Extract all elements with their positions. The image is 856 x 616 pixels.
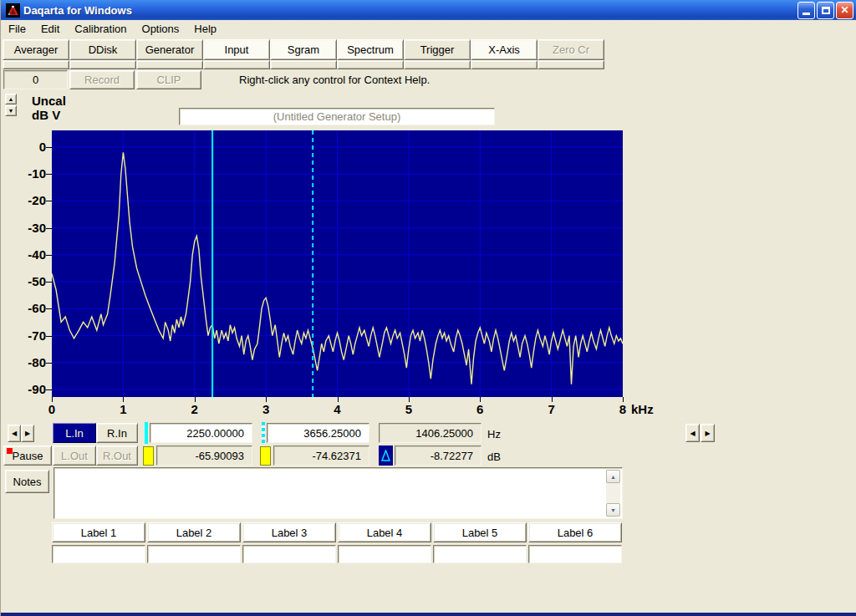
solid-cursor-level-field: -65.90093 — [156, 445, 252, 466]
menu-help[interactable]: Help — [186, 21, 224, 37]
delta-icon — [379, 445, 393, 466]
clip-button: CLIP — [136, 70, 201, 89]
menu-file[interactable]: File — [1, 21, 33, 37]
y-tick-label: -30 — [11, 221, 46, 235]
minimize-button[interactable] — [797, 2, 815, 19]
maximize-button[interactable] — [817, 2, 834, 19]
label-5-field[interactable] — [433, 545, 527, 563]
y-tick-label: -70 — [11, 328, 46, 343]
y-tick-mark — [46, 201, 52, 201]
y-axis-up-spinner[interactable]: ▲ — [5, 94, 17, 104]
cursor-step-left-button[interactable]: ◀ — [8, 425, 21, 442]
cursor-step-right-button[interactable]: ▶ — [21, 425, 34, 442]
x-tick-mark — [623, 397, 624, 402]
y-units-label: dB V — [32, 108, 60, 122]
x-tick-label: 0 — [35, 402, 69, 416]
x-tick-label: 7 — [535, 402, 568, 416]
x-tick-mark — [52, 397, 53, 402]
label-2-button[interactable]: Label 2 — [147, 522, 241, 542]
trace-step-left-button[interactable]: ◀ — [685, 424, 700, 442]
label-3-button[interactable]: Label 3 — [242, 522, 336, 542]
x-tick-mark — [123, 397, 124, 402]
window-bottom-border — [1, 613, 856, 616]
spectrum-plot-canvas[interactable] — [52, 130, 623, 397]
y-tick-mark — [46, 336, 52, 337]
tab-indicator-strip — [538, 60, 604, 69]
generator-setup-title[interactable]: (Untitled Generator Setup) — [179, 108, 495, 125]
label-6-button[interactable]: Label 6 — [528, 522, 622, 542]
close-button[interactable]: ✕ — [836, 2, 853, 19]
y-axis-down-spinner[interactable]: ▼ — [5, 105, 17, 116]
label-4-field[interactable] — [338, 545, 431, 563]
dashed-cursor-indicator — [262, 422, 265, 444]
tab-ddisk[interactable]: DDisk — [69, 39, 136, 60]
y-tick-mark — [46, 228, 52, 229]
daqarta-app-icon[interactable] — [6, 3, 20, 18]
y-tick-mark — [46, 147, 52, 148]
y-tick-mark — [46, 174, 52, 175]
y-tick-mark — [46, 308, 52, 309]
trace-step-right-button[interactable]: ▶ — [701, 424, 715, 442]
x-tick-label: 6 — [463, 402, 497, 416]
tab-indicator-strip — [69, 60, 136, 69]
y-tick-mark — [46, 389, 52, 390]
notes-scrollbar[interactable]: ▲ ▼ — [606, 470, 620, 517]
y-tick-label: 0 — [11, 140, 46, 154]
x-tick-mark — [552, 397, 553, 402]
scroll-up-icon[interactable]: ▲ — [606, 470, 620, 483]
tab-indicator-strip — [3, 60, 69, 69]
tab-x-axis[interactable]: X-Axis — [471, 39, 538, 60]
tab-input[interactable]: Input — [203, 39, 270, 60]
solid-cursor-frequency-field[interactable]: 2250.00000 — [150, 423, 252, 443]
label-2-field[interactable] — [147, 545, 241, 563]
tab-generator[interactable]: Generator — [136, 39, 203, 60]
menu-calibration[interactable]: Calibration — [67, 21, 134, 37]
label-5-button[interactable]: Label 5 — [433, 522, 527, 542]
tab-averager[interactable]: Averager — [3, 39, 69, 60]
average-count-field[interactable]: 0 — [3, 70, 68, 89]
x-tick-label: 8 — [606, 402, 639, 416]
pause-active-indicator — [7, 448, 13, 454]
x-tick-label: 1 — [106, 402, 140, 416]
label-1-field[interactable] — [52, 545, 145, 563]
menu-edit[interactable]: Edit — [33, 21, 67, 37]
left-in-channel-button[interactable]: L.In — [53, 423, 96, 443]
tab-spectrum[interactable]: Spectrum — [337, 39, 404, 60]
label-4-button[interactable]: Label 4 — [338, 522, 431, 542]
x-tick-label: 3 — [249, 402, 283, 416]
tab-indicator-strip — [136, 60, 203, 69]
menu-bar: File Edit Calibration Options Help — [1, 20, 856, 38]
pause-button-label: Pause — [13, 450, 43, 462]
spectrum-plot[interactable] — [52, 130, 623, 397]
pause-button[interactable]: Pause — [3, 445, 52, 466]
x-tick-mark — [195, 397, 196, 402]
context-help-text: Right-click any control for Context Help… — [239, 74, 430, 86]
label-1-button[interactable]: Label 1 — [52, 522, 145, 542]
db-unit-label: dB — [487, 451, 501, 463]
x-tick-label: 4 — [321, 402, 354, 416]
window-title: Daqarta for Windows — [23, 4, 796, 17]
right-in-channel-button[interactable]: R.In — [96, 423, 138, 443]
y-tick-label: -60 — [11, 301, 46, 315]
menu-options[interactable]: Options — [135, 21, 187, 37]
y-tick-label: -10 — [11, 166, 46, 181]
notes-button[interactable]: Notes — [5, 470, 49, 493]
y-tick-label: -40 — [11, 247, 46, 262]
tab-sgram[interactable]: Sgram — [270, 39, 337, 60]
right-out-channel-button: R.Out — [96, 445, 138, 466]
dashed-cursor-level-swatch — [260, 446, 271, 466]
tab-indicator-strip — [270, 60, 337, 69]
uncal-indicator: Uncal — [32, 94, 66, 108]
label-3-field[interactable] — [242, 545, 336, 563]
label-6-field[interactable] — [528, 545, 622, 563]
x-tick-mark — [266, 397, 267, 402]
record-button: Record — [69, 70, 135, 89]
x-tick-mark — [409, 397, 410, 402]
notes-input[interactable] — [56, 470, 608, 517]
scroll-down-icon[interactable]: ▼ — [606, 503, 620, 517]
y-tick-mark — [46, 255, 52, 256]
dashed-cursor-frequency-field[interactable]: 3656.25000 — [267, 423, 369, 443]
tab-trigger[interactable]: Trigger — [404, 39, 471, 60]
tab-indicator-strip — [404, 60, 471, 69]
x-axis-unit-label: kHz — [631, 402, 654, 416]
